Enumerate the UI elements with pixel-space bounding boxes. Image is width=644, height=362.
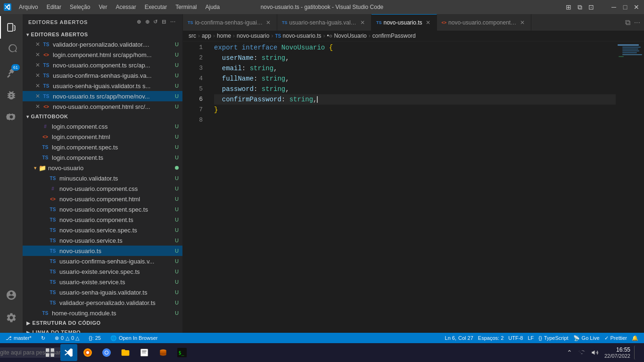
tab-close-icon[interactable]: ✕	[424, 19, 432, 26]
git-branch[interactable]: ⎇ master*	[4, 333, 33, 343]
open-editor-validador[interactable]: ✕ TS validador-personalizado.validator..…	[23, 39, 182, 49]
problems-count[interactable]: ⊗ 0 △ 0 △	[53, 333, 81, 343]
prettier-format[interactable]: {}: 25	[87, 333, 103, 343]
taskbar-vscode[interactable]	[60, 344, 77, 361]
clock-display[interactable]: 16:55 22/07/2022	[603, 346, 632, 360]
open-editor-senha-iguais[interactable]: ✕ TS usuario-senha-iguais.validator.ts s…	[23, 81, 182, 91]
encoding-label[interactable]: UTF-8	[506, 335, 525, 341]
file-novo-html[interactable]: <> novo-usuario.component.html U	[23, 194, 182, 204]
eol-setting[interactable]: LF	[526, 335, 536, 341]
close-button[interactable]: ✕	[633, 3, 640, 11]
breadcrumb-app[interactable]: app	[202, 33, 211, 39]
volume-icon[interactable]	[589, 348, 601, 357]
file-login-css[interactable]: # login.component.css U	[23, 121, 182, 132]
taskbar-notion[interactable]	[136, 344, 153, 361]
file-validador-personalizado[interactable]: TS validador-personalizado.validator.ts …	[23, 297, 182, 308]
tray-icons[interactable]: ⌃	[565, 348, 574, 357]
taskbar-terminal2[interactable]: $_	[173, 344, 190, 361]
cursor-position[interactable]: Ln 6, Col 27	[443, 335, 475, 341]
taskbar-firefox[interactable]	[79, 344, 96, 361]
new-folder-icon[interactable]: ⊕	[144, 18, 151, 26]
tab-close-icon[interactable]: ✕	[519, 19, 526, 26]
open-editors-section[interactable]: ▾ EDITORES ABERTOS	[23, 30, 182, 39]
file-login-spec[interactable]: TS login.component.spec.ts U	[23, 142, 182, 152]
taskbar-files[interactable]	[117, 344, 134, 361]
close-tab-icon[interactable]: ✕	[34, 103, 41, 110]
close-tab-icon[interactable]: ✕	[34, 41, 41, 48]
open-browser-btn[interactable]: 🌐 Open In Browser	[108, 333, 160, 343]
timeline-section[interactable]: ▶ LINHA DO TEMPO	[23, 328, 182, 333]
notification-bell[interactable]: 🔔	[630, 335, 640, 341]
open-editor-novo-component-html[interactable]: ✕ <> novo-usuario.component.html src/...…	[23, 101, 182, 112]
tab-close-icon[interactable]: ✕	[264, 19, 272, 26]
file-existe-spec[interactable]: TS usuario-existe.service.spec.ts U	[23, 266, 182, 277]
menu-acessar[interactable]: Acessar	[112, 2, 140, 12]
file-confirma-validator[interactable]: TS usuario-confirma-senhas-iguais.v... U	[23, 256, 182, 266]
file-existe-service[interactable]: TS usuario-existe.service.ts U	[23, 277, 182, 287]
file-service-spec[interactable]: TS novo-usuario.service.spec.ts U	[23, 225, 182, 235]
more-actions-icon[interactable]: ···	[169, 18, 177, 26]
language-mode[interactable]: {} TypeScript	[537, 335, 570, 341]
split-editor-right-icon[interactable]: ⧉	[625, 18, 630, 27]
file-novo-spec[interactable]: TS novo-usuario.component.spec.ts U	[23, 204, 182, 214]
activity-settings[interactable]	[0, 306, 23, 329]
close-tab-icon[interactable]: ✕	[34, 92, 41, 100]
new-file-icon[interactable]: ⊕	[136, 18, 142, 26]
file-novo-component-ts[interactable]: TS novo-usuario.component.ts U	[23, 214, 182, 225]
breadcrumb-novo-usuario[interactable]: novo-usuario	[237, 33, 269, 39]
file-service-ts[interactable]: TS novo-usuario.service.ts U	[23, 235, 182, 246]
activity-explorer[interactable]	[0, 16, 23, 39]
panel-toggle-icon[interactable]: ⊡	[587, 3, 595, 11]
menu-terminal[interactable]: Terminal	[172, 2, 200, 12]
menu-executar[interactable]: Executar	[141, 2, 171, 12]
activity-search[interactable]	[0, 39, 23, 61]
menu-selecao[interactable]: Seleção	[66, 2, 94, 12]
split-editor-icon[interactable]: ⧉	[576, 3, 584, 11]
breadcrumb-class[interactable]: •○ NovoUsuario	[327, 33, 367, 39]
close-tab-icon[interactable]: ✕	[34, 61, 41, 69]
task-view-icon[interactable]	[41, 344, 58, 361]
breadcrumb-home[interactable]: home	[217, 33, 231, 39]
more-tabs-icon[interactable]: ···	[634, 18, 640, 27]
breadcrumb-file[interactable]: TS novo-usuario.ts	[275, 33, 321, 39]
taskbar-db[interactable]	[155, 344, 172, 361]
gatitobook-section[interactable]: ▾ GATITOBOOK	[23, 112, 182, 121]
prettier-btn[interactable]: ✓ Prettier	[603, 335, 629, 341]
code-structure-section[interactable]: ▶ ESTRUTURA DO CÓDIGO	[23, 318, 182, 328]
file-minusculo[interactable]: TS minusculo.validator.ts U	[23, 173, 182, 183]
show-desktop-button[interactable]	[634, 346, 638, 360]
taskbar-chrome[interactable]	[98, 344, 115, 361]
folder-novo-usuario[interactable]: ▾ 📁 novo-usuario	[23, 163, 182, 173]
breadcrumb-src[interactable]: src	[189, 33, 196, 39]
close-tab-icon[interactable]: ✕	[34, 72, 41, 79]
tab-close-icon[interactable]: ✕	[359, 19, 366, 26]
open-editor-novo-component-ts[interactable]: ✕ TS novo-usuario.component.ts src/ap...…	[23, 60, 182, 70]
minimize-button[interactable]: ─	[610, 3, 618, 11]
sync-status[interactable]: ↻	[39, 333, 47, 343]
maximize-button[interactable]: □	[621, 3, 629, 11]
tab-novo-usuario-ts[interactable]: TS novo-usuario.ts ✕	[372, 14, 437, 31]
close-tab-icon[interactable]: ✕	[34, 82, 41, 90]
tab-senha-iguais[interactable]: TS usuario-senha-iguais.validator.ts ✕	[277, 14, 372, 31]
tab-novo-usuario-html[interactable]: <> novo-usuario.component.html ✕	[437, 14, 531, 31]
refresh-explorer-icon[interactable]: ↺	[152, 18, 159, 26]
activity-account[interactable]	[0, 284, 23, 306]
menu-arquivo[interactable]: Arquivo	[15, 2, 42, 12]
menu-ver[interactable]: Ver	[95, 2, 111, 12]
menu-ajuda[interactable]: Ajuda	[202, 2, 224, 12]
activity-source-control[interactable]: 61	[0, 61, 23, 84]
open-editor-novo-usuario-ts[interactable]: ✕ TS novo-usuario.ts src/app/home/nov...…	[23, 91, 182, 101]
close-tab-icon[interactable]: ✕	[34, 51, 41, 58]
collapse-all-icon[interactable]: ⊟	[161, 18, 167, 26]
indent-setting[interactable]: Espaços: 2	[476, 335, 505, 341]
file-senha-iguais[interactable]: TS usuario-senha-iguais.validator.ts U	[23, 287, 182, 297]
layout-toggle-icon[interactable]: ⊞	[565, 3, 572, 11]
file-novo-usuario-ts[interactable]: TS novo-usuario.ts U	[23, 246, 182, 256]
breadcrumb-method[interactable]: confirmPassword	[372, 33, 416, 39]
open-editor-confirma[interactable]: ✕ TS usuario-confirma-senhas-iguais.va..…	[23, 70, 182, 81]
go-live-btn[interactable]: 📡 Go Live	[571, 335, 602, 341]
activity-extensions[interactable]	[0, 107, 23, 129]
editor-content[interactable]: 1 2 3 4 5 6 7 8 export interface NovoUsu…	[183, 41, 644, 333]
activity-debug[interactable]	[0, 84, 23, 107]
menu-editar[interactable]: Editar	[43, 2, 65, 12]
